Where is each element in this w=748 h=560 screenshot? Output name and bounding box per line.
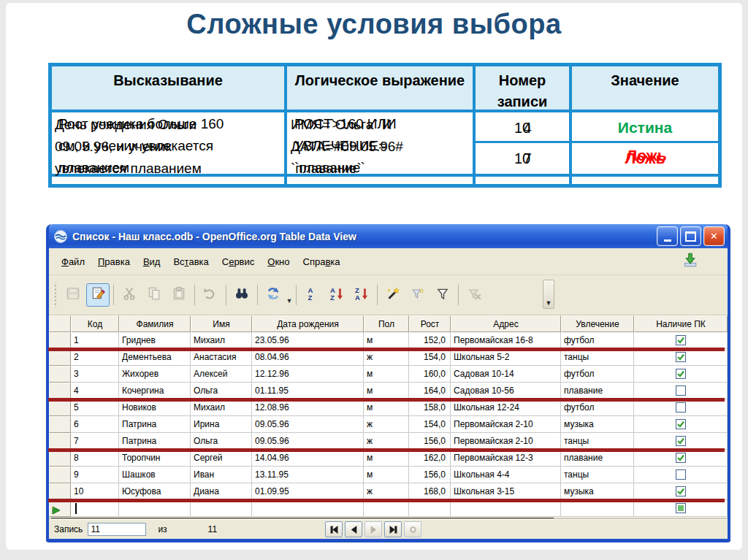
menu-item-правка[interactable]: Правка <box>91 254 137 269</box>
grid-cell[interactable]: Первомайская 2-10 <box>451 416 561 433</box>
grid-cell[interactable]: музыка <box>561 416 634 433</box>
grid-cell[interactable]: 12.08.96 <box>252 399 364 416</box>
grid-cell[interactable]: Кочергина <box>119 383 191 399</box>
grid-cell[interactable]: 154,0 <box>409 416 451 433</box>
grid-cell[interactable]: 13.11.95 <box>252 467 364 483</box>
grid-cell-empty[interactable] <box>409 500 451 517</box>
menu-item-справка[interactable]: Справка <box>297 254 347 269</box>
nav-prev-button[interactable] <box>345 521 362 537</box>
grid-cell[interactable]: Сергей <box>191 450 252 467</box>
minimize-button[interactable] <box>657 226 678 246</box>
grid-cell[interactable]: танцы <box>561 467 634 483</box>
sort-button[interactable]: AZ <box>300 283 324 307</box>
grid-cell[interactable]: 14.04.96 <box>252 450 364 467</box>
grid-cell[interactable]: Патрина <box>119 433 191 450</box>
grid-cell-empty[interactable] <box>634 500 728 517</box>
column-header-9[interactable]: Наличие ПК <box>634 315 728 332</box>
menu-item-сервис[interactable]: Сервис <box>215 254 262 269</box>
grid-cell[interactable]: 3 <box>71 366 119 383</box>
grid-cell[interactable]: Садовая 10-56 <box>451 383 561 399</box>
grid-cell[interactable]: танцы <box>561 433 634 450</box>
row-header[interactable] <box>49 433 71 450</box>
apply-filter-button[interactable] <box>406 283 430 307</box>
grid-cell[interactable]: 01.09.95 <box>252 483 364 500</box>
grid-cell[interactable]: 01.11.95 <box>252 383 364 399</box>
grid-cell[interactable]: Жихорев <box>119 366 191 383</box>
grid-cell-empty[interactable] <box>364 500 409 517</box>
close-button[interactable]: ✕ <box>703 226 725 246</box>
grid-cell[interactable]: 4 <box>71 383 119 399</box>
grid-cell-empty[interactable] <box>561 500 634 517</box>
grid-cell[interactable]: 6 <box>71 416 119 433</box>
menu-item-вставка[interactable]: Вставка <box>167 254 215 269</box>
grid-cell-empty[interactable] <box>119 500 191 517</box>
grid-cell[interactable] <box>634 416 728 433</box>
sort-ascending-button[interactable]: AZ <box>325 283 348 307</box>
grid-cell[interactable]: м <box>364 399 409 416</box>
grid-cell-empty[interactable] <box>191 500 252 517</box>
grid-cell[interactable]: футбол <box>561 399 634 416</box>
grid-cell[interactable]: Ольга <box>191 383 252 399</box>
nav-first-button[interactable] <box>325 521 343 537</box>
checkbox-checked[interactable] <box>676 369 686 379</box>
column-header-5[interactable]: Пол <box>364 315 409 332</box>
checkbox-checked[interactable] <box>676 352 686 362</box>
menu-item-файл[interactable]: Файл <box>55 254 91 269</box>
grid-cell[interactable]: ж <box>364 483 409 500</box>
refresh-button[interactable] <box>262 283 285 307</box>
grid-cell[interactable]: 09.05.96 <box>252 416 364 433</box>
grid-cell[interactable]: 152,0 <box>409 332 451 349</box>
grid-cell[interactable]: Первомайская 16-8 <box>451 332 561 349</box>
grid-cell[interactable]: Диана <box>191 483 252 500</box>
grid-cell[interactable]: 1 <box>71 332 119 349</box>
grid-cell[interactable]: Иван <box>191 467 252 483</box>
grid-cell[interactable]: плавание <box>561 383 634 399</box>
checkbox-checked[interactable] <box>676 486 686 496</box>
grid-cell[interactable]: Школьная 3-15 <box>451 483 561 500</box>
row-header[interactable] <box>49 349 71 366</box>
grid-cell[interactable]: 160,0 <box>409 366 451 383</box>
checkbox-checked[interactable] <box>676 436 686 446</box>
grid-cell[interactable]: Алексей <box>191 366 252 383</box>
find-record-button[interactable] <box>230 283 253 307</box>
grid-cell[interactable]: Дементьева <box>119 349 191 366</box>
grid-cell[interactable]: Анастасия <box>191 349 252 366</box>
grid-cell[interactable] <box>634 450 728 467</box>
grid-cell[interactable]: музыка <box>561 483 634 500</box>
column-header-3[interactable]: Имя <box>191 315 252 332</box>
grid-cell[interactable]: Юсуфова <box>119 483 191 500</box>
grid-cell[interactable]: 162,0 <box>409 450 451 467</box>
grid-cell[interactable]: Шашков <box>119 467 191 483</box>
grid-cell[interactable]: плавание <box>561 450 634 467</box>
grid-cell[interactable]: 2 <box>71 349 119 366</box>
grid-cell[interactable]: футбол <box>561 366 634 383</box>
grid-cell[interactable]: 164,0 <box>409 383 451 399</box>
grid-cell[interactable]: м <box>364 332 409 349</box>
grid-cell[interactable] <box>634 383 728 399</box>
grid-cell-empty[interactable] <box>71 500 119 517</box>
grid-cell[interactable]: Школьная 12-24 <box>451 399 561 416</box>
checkbox-unchecked[interactable] <box>676 469 686 480</box>
row-header[interactable] <box>49 483 71 500</box>
nav-next-button[interactable] <box>365 521 382 537</box>
save-button[interactable] <box>61 283 85 307</box>
undo-button[interactable] <box>199 283 222 307</box>
grid-cell[interactable]: 09.05.96 <box>252 433 364 450</box>
row-header[interactable] <box>49 332 71 349</box>
grid-cell[interactable]: 08.04.96 <box>252 349 364 366</box>
record-number-input[interactable] <box>88 523 146 536</box>
column-header-8[interactable]: Увлечение <box>561 315 634 332</box>
grid-cell[interactable]: танцы <box>561 349 634 366</box>
grid-cell[interactable]: 10 <box>71 483 119 500</box>
grid-cell[interactable]: 7 <box>71 433 119 450</box>
refresh-dropdown-arrow[interactable]: ▼ <box>286 283 293 307</box>
copy-button[interactable] <box>142 283 166 307</box>
grid-cell[interactable]: 12.12.96 <box>252 366 364 383</box>
grid-cell[interactable] <box>634 332 728 349</box>
edit-data-button[interactable] <box>86 283 110 307</box>
grid-cell[interactable]: ж <box>364 349 409 366</box>
grid-cell[interactable]: 156,0 <box>409 467 451 483</box>
grid-cell[interactable]: футбол <box>561 332 634 349</box>
grid-cell[interactable] <box>634 433 728 450</box>
row-header[interactable] <box>49 416 71 433</box>
